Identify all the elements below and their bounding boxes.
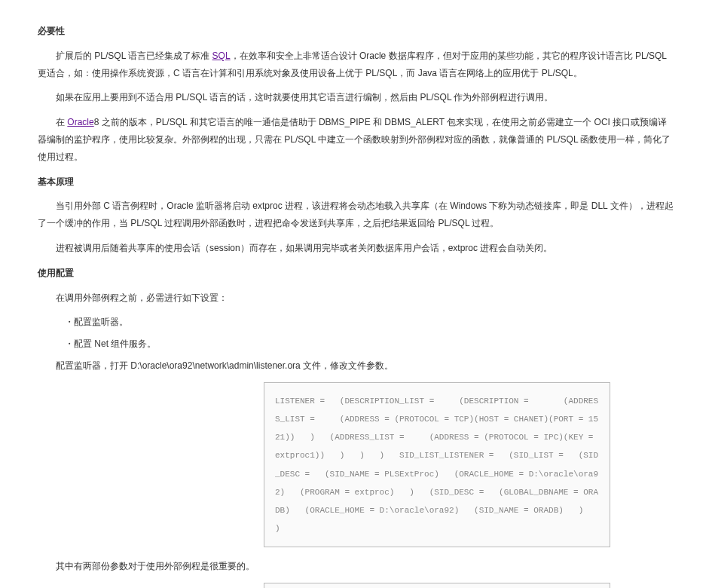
link-oracle[interactable]: Oracle xyxy=(67,117,93,127)
code-block-listener: LISTENER = (DESCRIPTION_LIST = (DESCRIPT… xyxy=(264,382,610,548)
heading-config: 使用配置 xyxy=(38,265,674,282)
text: 扩展后的 PL/SQL 语言已经集成了标准 xyxy=(56,51,212,61)
paragraph-6: 在调用外部例程之前，必需进行如下设置： xyxy=(38,289,674,307)
paragraph-7: 配置监听器，打开 D:\oracle\ora92\network\admin\l… xyxy=(38,357,674,375)
paragraph-2: 如果在应用上要用到不适合用 PL/SQL 语言的话，这时就要使用其它语言进行编制… xyxy=(38,89,674,106)
paragraph-intro: 扩展后的 PL/SQL 语言已经集成了标准 SQL，在效率和安全上非常适合设计 … xyxy=(38,47,674,82)
heading-principle: 基本原理 xyxy=(38,173,674,191)
paragraph-3: 在 Oracle8 之前的版本，PL/SQL 和其它语言的唯一通信是借助于 DB… xyxy=(38,114,674,165)
code-block-address: ・(ADDRESS_LIST = (ADDRESS = (PROTOCOL = … xyxy=(264,583,610,588)
link-sql[interactable]: SQL xyxy=(212,51,231,61)
paragraph-8: 其中有两部份参数对于使用外部例程是很重要的。 xyxy=(38,558,674,575)
text: 在 xyxy=(56,117,67,127)
paragraph-5: 进程被调用后随着共享库的使用会话（session）而存在，如果调用完毕或者关闭数… xyxy=(38,240,674,257)
heading-necessity: 必要性 xyxy=(38,23,674,40)
paragraph-4: 当引用外部 C 语言例程时，Oracle 监听器将启动 extproc 进程，该… xyxy=(38,198,674,232)
bullet-net: ・配置 Net 组件服务。 xyxy=(38,335,674,353)
text: 8 之前的版本，PL/SQL 和其它语言的唯一通信是借助于 DBMS_PIPE … xyxy=(38,117,671,162)
bullet-listener: ・配置监听器。 xyxy=(38,314,674,331)
